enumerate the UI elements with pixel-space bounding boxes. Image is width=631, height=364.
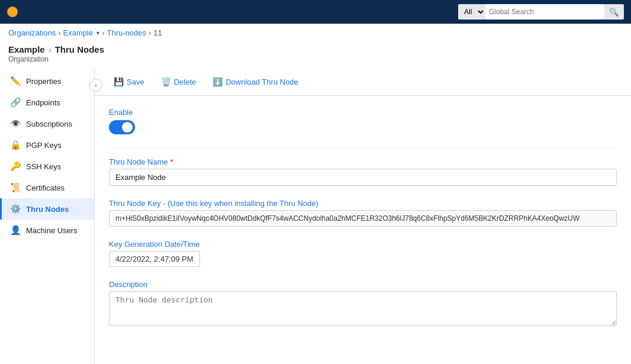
- main-layout: ‹ ✏️ Properties 🔗 Endpoints 👁️ Subscript…: [0, 68, 631, 364]
- thru-node-key-value: m+HiS0xBpzidikE1iIVoywNqc4OHV080wtDdkQfF…: [109, 210, 617, 227]
- breadcrumb-organizations[interactable]: Organizations: [8, 28, 56, 37]
- sidebar-label-endpoints: Endpoints: [26, 98, 60, 107]
- page-title-area: Example › Thru Nodes Organization: [0, 42, 631, 68]
- delete-icon: 🗑️: [161, 77, 171, 86]
- sidebar-item-sshkeys[interactable]: 🔑 SSH Keys: [0, 156, 94, 177]
- certificates-icon: 📜: [10, 182, 21, 193]
- delete-label: Delete: [174, 78, 197, 86]
- sidebar-item-machineusers[interactable]: 👤 Machine Users: [0, 220, 94, 241]
- enable-field-group: Enable: [109, 108, 617, 134]
- save-button[interactable]: 💾 Save: [107, 74, 152, 89]
- divider-1: [109, 147, 617, 148]
- save-icon: 💾: [114, 77, 124, 86]
- sidebar-label-machineusers: Machine Users: [26, 226, 78, 235]
- thru-node-name-input[interactable]: [109, 169, 617, 186]
- toggle-slider: [109, 120, 135, 134]
- enable-toggle[interactable]: [109, 120, 135, 134]
- search-input[interactable]: [485, 4, 604, 20]
- top-nav: All 🔍: [0, 0, 631, 24]
- thru-node-key-group: Thru Node Key - (Use this key when insta…: [109, 199, 617, 227]
- enable-label: Enable: [109, 108, 617, 117]
- search-button[interactable]: 🔍: [604, 4, 624, 20]
- delete-button[interactable]: 🗑️ Delete: [154, 74, 204, 89]
- breadcrumb-sep-1: ›: [58, 28, 60, 37]
- page-subtitle: Organization: [8, 55, 623, 63]
- sidebar-collapse-button[interactable]: ‹: [89, 79, 102, 92]
- download-label: Download Thru Node: [226, 78, 298, 86]
- key-gen-label: Key Generation Date/Time: [109, 240, 617, 249]
- download-button[interactable]: ⬇️ Download Thru Node: [205, 74, 305, 89]
- sidebar-label-properties: Properties: [26, 77, 61, 86]
- sidebar: ‹ ✏️ Properties 🔗 Endpoints 👁️ Subscript…: [0, 68, 95, 364]
- sidebar-item-properties[interactable]: ✏️ Properties: [0, 70, 94, 92]
- description-input[interactable]: [109, 291, 617, 326]
- app-logo: [7, 7, 18, 17]
- thru-node-name-label: Thru Node Name *: [109, 157, 617, 166]
- page-title: Thru Nodes: [55, 44, 104, 54]
- download-icon: ⬇️: [213, 77, 223, 86]
- key-gen-group: Key Generation Date/Time 4/22/2022, 2:47…: [109, 240, 617, 267]
- sidebar-label-thrunodes: Thru Nodes: [26, 205, 69, 214]
- pgpkeys-icon: 🔒: [10, 140, 21, 150]
- breadcrumb-example[interactable]: Example: [63, 28, 94, 37]
- sidebar-item-endpoints[interactable]: 🔗 Endpoints: [0, 92, 94, 113]
- save-label: Save: [127, 78, 144, 86]
- sidebar-item-certificates[interactable]: 📜 Certificates: [0, 177, 94, 198]
- content-area: 💾 Save 🗑️ Delete ⬇️ Download Thru Node E…: [95, 68, 631, 364]
- search-scope-select[interactable]: All: [458, 4, 485, 20]
- required-marker: *: [170, 157, 173, 166]
- page-org-label: Example: [8, 44, 45, 54]
- breadcrumb-id: 11: [153, 28, 162, 37]
- sidebar-label-sshkeys: SSH Keys: [26, 162, 61, 171]
- thru-node-key-label: Thru Node Key - (Use this key when insta…: [109, 199, 617, 208]
- breadcrumb-sep-2: ›: [102, 28, 104, 37]
- subscriptions-icon: 👁️: [10, 118, 21, 129]
- sidebar-item-subscriptions[interactable]: 👁️ Subscriptions: [0, 113, 94, 134]
- search-icon: 🔍: [609, 8, 619, 17]
- title-sep: ›: [49, 44, 51, 54]
- sidebar-item-thrunodes[interactable]: ⚙️ Thru Nodes: [0, 198, 94, 220]
- sshkeys-icon: 🔑: [10, 161, 21, 172]
- thrunodes-icon: ⚙️: [10, 204, 21, 214]
- description-label: Description: [109, 280, 617, 289]
- sidebar-label-subscriptions: Subscriptions: [26, 120, 72, 128]
- breadcrumb-thrunodes[interactable]: Thru-nodes: [107, 28, 146, 37]
- machineusers-icon: 👤: [10, 225, 21, 236]
- sidebar-label-pgpkeys: PGP Keys: [26, 141, 62, 150]
- endpoints-icon: 🔗: [10, 97, 21, 108]
- form-content: Enable Thru Node Name * Thru Node Key - …: [95, 96, 631, 353]
- thru-node-name-group: Thru Node Name *: [109, 157, 617, 186]
- breadcrumb-dropdown-icon[interactable]: ▾: [96, 30, 99, 36]
- sidebar-label-certificates: Certificates: [26, 183, 65, 192]
- description-group: Description: [109, 280, 617, 328]
- breadcrumb-sep-3: ›: [149, 28, 151, 37]
- toolbar: 💾 Save 🗑️ Delete ⬇️ Download Thru Node: [95, 68, 631, 96]
- breadcrumb: Organizations › Example ▾ › Thru-nodes ›…: [0, 24, 631, 42]
- sidebar-item-pgpkeys[interactable]: 🔒 PGP Keys: [0, 134, 94, 156]
- key-gen-value: 4/22/2022, 2:47:09 PM: [109, 251, 200, 267]
- global-search-bar: All 🔍: [458, 4, 624, 20]
- properties-icon: ✏️: [10, 76, 21, 86]
